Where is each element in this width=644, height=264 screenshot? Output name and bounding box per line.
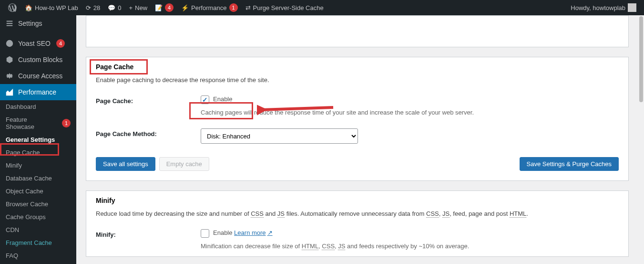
sidebar-sub-minify[interactable]: Minify	[0, 159, 76, 172]
checkbox-enable-page-cache[interactable]: Enable	[201, 95, 232, 103]
sidebar-yoast[interactable]: Yoast SEO4	[0, 35, 76, 52]
sidebar-settings[interactable]: Settings	[0, 15, 76, 32]
refresh-icon: ⇄	[245, 4, 251, 11]
sidebar-sub-general-settings[interactable]: General Settings	[0, 133, 76, 146]
sidebar-performance[interactable]: Performance	[0, 84, 76, 100]
plus-icon: +	[129, 4, 133, 11]
page-cache-enable-desc: Caching pages will reduce the response t…	[201, 108, 619, 117]
comment-icon: 💬	[108, 4, 115, 11]
page-cache-heading: Page Cache	[86, 57, 628, 71]
yoast-icon	[5, 39, 14, 48]
label-minify: Minify:	[96, 229, 201, 238]
perf-badge: 1	[229, 3, 238, 12]
update-icon: ⟳	[86, 4, 91, 11]
adminbar: 🏠How-to WP Lab ⟳28 💬0 +New 📝4 ⚡Performan…	[0, 0, 644, 15]
admin-sidebar: Settings Yoast SEO4 Custom Blocks Course…	[0, 15, 76, 264]
performance-icon	[5, 87, 14, 97]
sidebar-sub-page-cache[interactable]: Page Cache	[0, 146, 76, 159]
external-icon: ↗	[267, 229, 273, 236]
checkbox-icon	[201, 229, 209, 238]
sliders-icon	[5, 19, 14, 28]
minify-enable-desc: Minification can decrease file size of H…	[201, 242, 619, 251]
svg-point-0	[6, 40, 13, 47]
main-content: . . Page Cache Enable page caching to de…	[76, 15, 638, 264]
checkbox-enable-minify[interactable]: Enable	[201, 229, 232, 236]
updates[interactable]: ⟳28	[82, 0, 104, 15]
label-page-cache-method: Page Cache Method:	[96, 128, 201, 137]
gear-icon	[5, 71, 14, 81]
minify-desc: Reduce load time by decreasing the size …	[86, 204, 628, 223]
learn-more-link[interactable]: Learn more↗	[234, 229, 272, 236]
sidebar-sub-cache-groups[interactable]: Cache Groups	[0, 211, 76, 223]
new-content[interactable]: +New	[125, 0, 152, 15]
sidebar-sub-object-cache[interactable]: Object Cache	[0, 185, 76, 198]
blocks-icon	[5, 55, 14, 64]
page-cache-desc: Enable page caching to decrease the resp…	[86, 71, 628, 90]
performance-bar[interactable]: ⚡Performance1	[177, 0, 241, 15]
site-name[interactable]: 🏠How-to WP Lab	[21, 0, 82, 15]
row-minify-enable: Minify: Enable Learn more↗ Minification …	[86, 223, 628, 257]
wordpress-icon	[8, 3, 17, 12]
panel-page-cache: Page Cache Enable page caching to decrea…	[86, 57, 629, 181]
checkbox-icon	[201, 95, 209, 104]
save-all-settings-button[interactable]: Save all settings	[96, 157, 155, 171]
home-icon: 🏠	[25, 4, 32, 11]
feature-badge: 1	[62, 119, 71, 127]
panel-top-stub: . .	[86, 15, 629, 47]
select-page-cache-method[interactable]: Disk: Enhanced	[201, 128, 358, 144]
yoast-badge: 4	[165, 3, 174, 12]
sidebar-course-access[interactable]: Course Access	[0, 68, 76, 84]
sidebar-sub-browser-cache[interactable]: Browser Cache	[0, 198, 76, 211]
yoast-bar[interactable]: 📝4	[151, 0, 177, 15]
minify-heading: Minify	[86, 191, 628, 204]
gauge-icon: ⚡	[181, 4, 189, 11]
panel-minify: Minify Reduce load time by decreasing th…	[86, 190, 629, 257]
sidebar-sub-feature-showcase[interactable]: Feature Showcase1	[0, 113, 76, 133]
yoast-side-badge: 4	[56, 39, 65, 48]
scrollbar-thumb[interactable]	[639, 16, 643, 102]
row-page-cache-enable: Page Cache: Enable Caching pages will re…	[86, 90, 628, 123]
save-purge-button[interactable]: Save Settings & Purge Caches	[520, 157, 619, 171]
yoast-icon: 📝	[155, 4, 163, 11]
sidebar-sub-fragment-cache[interactable]: Fragment Cache	[0, 236, 76, 249]
page-cache-actions: Save all settings Empty cache Save Setti…	[86, 149, 628, 180]
sidebar-sub-dashboard[interactable]: Dashboard	[0, 100, 76, 113]
label-page-cache: Page Cache:	[96, 95, 201, 105]
avatar	[628, 3, 636, 12]
row-page-cache-method: Page Cache Method: Disk: Enhanced	[86, 123, 628, 149]
howdy[interactable]: Howdy, howtowplab	[567, 0, 640, 15]
comments[interactable]: 💬0	[104, 0, 125, 15]
sidebar-sub-database-cache[interactable]: Database Cache	[0, 172, 76, 185]
purge-cache[interactable]: ⇄Purge Server-Side Cache	[242, 0, 327, 15]
empty-cache-button[interactable]: Empty cache	[159, 157, 209, 171]
sidebar-sub-faq[interactable]: FAQ	[0, 249, 76, 262]
sidebar-custom-blocks[interactable]: Custom Blocks	[0, 52, 76, 68]
sidebar-sub-cdn[interactable]: CDN	[0, 223, 76, 236]
wp-logo[interactable]	[4, 0, 21, 15]
